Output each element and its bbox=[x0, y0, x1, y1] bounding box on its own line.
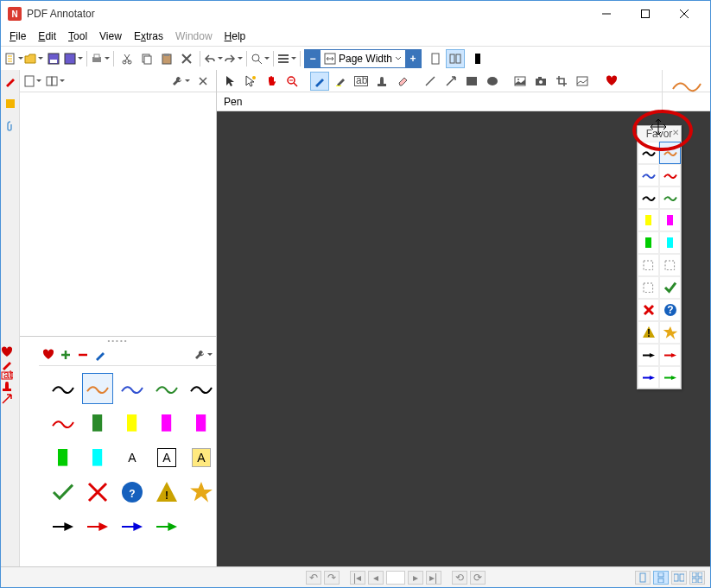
favorite-item[interactable] bbox=[82, 373, 113, 404]
float-favorite-item[interactable] bbox=[638, 276, 659, 299]
paste-button[interactable] bbox=[157, 49, 176, 68]
favorite-item[interactable] bbox=[186, 511, 216, 542]
float-favorite-item[interactable] bbox=[659, 231, 681, 254]
delete-button[interactable] bbox=[177, 49, 196, 68]
float-favorite-item[interactable] bbox=[638, 164, 659, 187]
float-favorite-item[interactable] bbox=[659, 276, 681, 299]
favorite-item[interactable]: A bbox=[151, 442, 182, 473]
new-button[interactable] bbox=[4, 49, 23, 68]
zoom-in-button[interactable]: + bbox=[405, 50, 421, 67]
fav-heart-tab[interactable] bbox=[1, 346, 19, 358]
maximize-button[interactable] bbox=[625, 2, 664, 26]
edit-favorite-button[interactable] bbox=[94, 349, 106, 361]
favorite-item[interactable] bbox=[186, 408, 216, 439]
cut-button[interactable] bbox=[117, 49, 136, 68]
favorite-item[interactable] bbox=[186, 373, 216, 404]
favorite-item[interactable] bbox=[48, 373, 79, 404]
stamp-tool[interactable] bbox=[372, 72, 391, 91]
eraser-tool[interactable] bbox=[393, 72, 412, 91]
fullscreen-button[interactable] bbox=[466, 49, 485, 68]
view-two-continuous[interactable] bbox=[689, 571, 705, 585]
find-button[interactable] bbox=[251, 49, 270, 68]
favorite-item[interactable] bbox=[151, 373, 182, 404]
select-tool[interactable] bbox=[220, 72, 239, 91]
view-single[interactable] bbox=[635, 571, 651, 585]
view-two-page[interactable] bbox=[671, 571, 687, 585]
text-tool[interactable]: abI bbox=[352, 72, 371, 91]
pen-tool[interactable] bbox=[310, 72, 329, 91]
float-favorite-item[interactable] bbox=[659, 321, 681, 344]
minimize-button[interactable] bbox=[587, 2, 625, 26]
page-field[interactable] bbox=[386, 571, 405, 585]
lasso-tool[interactable] bbox=[241, 72, 260, 91]
fav-arrow-tab[interactable] bbox=[1, 393, 19, 405]
zoom-control[interactable]: − Page Width + bbox=[304, 49, 422, 68]
fav-stamp-tab[interactable] bbox=[1, 381, 19, 393]
float-favorite-item[interactable] bbox=[638, 187, 659, 209]
save-button[interactable] bbox=[44, 49, 63, 68]
float-favorite-item[interactable] bbox=[638, 299, 659, 321]
menu-edit[interactable]: Edit bbox=[33, 28, 61, 44]
rect-tool[interactable] bbox=[462, 72, 481, 91]
last-page-button[interactable]: ▸| bbox=[426, 571, 441, 585]
two-page-button[interactable] bbox=[446, 49, 465, 68]
single-page-button[interactable] bbox=[426, 49, 445, 68]
ellipse-tool[interactable] bbox=[483, 72, 502, 91]
favorite-item[interactable] bbox=[82, 408, 113, 439]
page-icon[interactable] bbox=[23, 72, 42, 91]
float-favorite-item[interactable] bbox=[659, 209, 681, 231]
favorite-item[interactable] bbox=[48, 408, 79, 439]
menu-tool[interactable]: Tool bbox=[63, 28, 92, 44]
open-button[interactable] bbox=[24, 49, 43, 68]
favorite-item[interactable] bbox=[82, 477, 113, 508]
prev-page-button[interactable]: ◂ bbox=[368, 571, 384, 585]
favorite-item[interactable] bbox=[82, 442, 113, 473]
favorite-item[interactable] bbox=[117, 373, 148, 404]
save-as-button[interactable] bbox=[64, 49, 83, 68]
tab-pen[interactable] bbox=[1, 70, 19, 92]
rotate-left-button[interactable]: ↶ bbox=[306, 571, 321, 585]
favorite-item[interactable]: A bbox=[186, 442, 216, 473]
favorites-floating-toolbar[interactable]: Favor ✕ ?! bbox=[637, 125, 682, 389]
menu-view[interactable]: View bbox=[94, 28, 127, 44]
favorite-item[interactable]: ? bbox=[117, 477, 148, 508]
rotate-right-button[interactable]: ↷ bbox=[324, 571, 340, 585]
redo-button[interactable] bbox=[224, 49, 243, 68]
favorites-heart-button[interactable] bbox=[602, 72, 621, 91]
float-favorite-item[interactable]: ! bbox=[638, 321, 659, 344]
favorites-float-close[interactable]: ✕ bbox=[672, 128, 679, 137]
layout-button[interactable] bbox=[277, 49, 296, 68]
float-favorite-item[interactable] bbox=[659, 142, 681, 164]
float-favorite-item[interactable] bbox=[659, 366, 681, 389]
float-favorite-item[interactable] bbox=[638, 209, 659, 231]
tab-attach[interactable] bbox=[1, 115, 19, 137]
float-favorite-item[interactable] bbox=[638, 344, 659, 366]
document-canvas[interactable]: Favor ✕ ?! bbox=[217, 111, 710, 566]
zoom-out-button[interactable]: − bbox=[305, 50, 321, 67]
line-tool[interactable] bbox=[421, 72, 440, 91]
close-button[interactable] bbox=[664, 2, 703, 26]
book-icon[interactable] bbox=[46, 72, 65, 91]
remove-favorite-button[interactable] bbox=[77, 349, 89, 361]
float-favorite-item[interactable]: ? bbox=[659, 299, 681, 321]
more-tools[interactable] bbox=[573, 72, 592, 91]
undo-button[interactable] bbox=[204, 49, 223, 68]
menu-extras[interactable]: Extras bbox=[129, 28, 168, 44]
fav-text-tab[interactable]: ab bbox=[1, 370, 19, 381]
crop-tool[interactable] bbox=[552, 72, 571, 91]
splitter[interactable]: ••••• bbox=[20, 337, 216, 344]
favorite-item[interactable] bbox=[186, 477, 216, 508]
chevron-down-icon[interactable] bbox=[395, 55, 402, 62]
tab-note[interactable] bbox=[1, 92, 19, 115]
view-continuous[interactable] bbox=[653, 571, 669, 585]
float-favorite-item[interactable] bbox=[638, 254, 659, 276]
hand-tool[interactable] bbox=[262, 72, 281, 91]
favorite-item[interactable] bbox=[151, 511, 182, 542]
first-page-button[interactable]: |◂ bbox=[350, 571, 365, 585]
back-button[interactable]: ⟲ bbox=[452, 571, 467, 585]
favorite-item[interactable] bbox=[117, 408, 148, 439]
zoom-out-tool[interactable] bbox=[282, 72, 302, 91]
favorite-item[interactable] bbox=[48, 511, 79, 542]
favorite-item[interactable] bbox=[82, 511, 113, 542]
menu-file[interactable]: File bbox=[4, 28, 31, 44]
